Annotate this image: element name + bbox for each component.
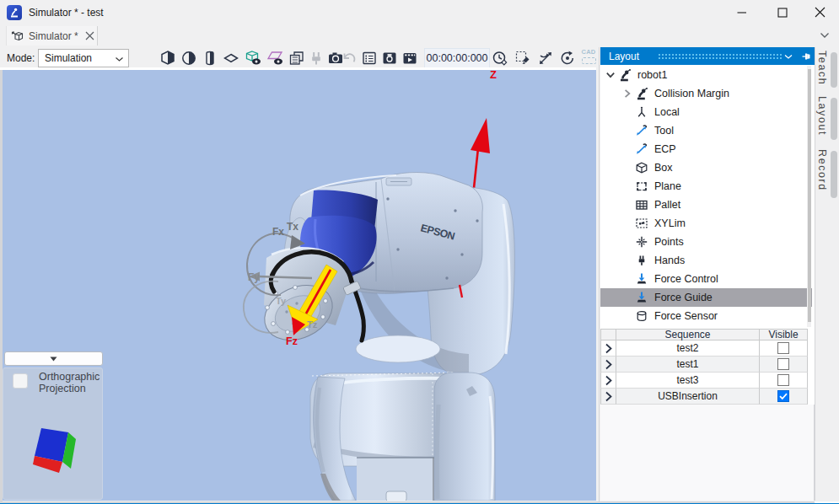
tab-close-icon[interactable] (85, 31, 94, 40)
3d-viewport[interactable]: EPSON (3, 70, 596, 501)
panel-header-texture (658, 53, 783, 60)
cad-label: CAD (579, 49, 598, 56)
visible-checkbox[interactable] (777, 374, 789, 386)
visible-checkbox[interactable] (777, 390, 789, 402)
mode-value: Simulation (45, 52, 92, 64)
mode-label: Mode: (7, 52, 35, 64)
tree-item-hands[interactable]: Hands (600, 251, 812, 270)
side-tab-teach[interactable]: Teach (816, 51, 828, 85)
capture-image-button[interactable] (381, 50, 398, 67)
tree-item-force-sensor[interactable]: Force Sensor (600, 307, 812, 325)
table-row-test1[interactable]: test1 (600, 357, 809, 373)
visible-checkbox[interactable] (777, 342, 789, 354)
simulator-tab-icon (11, 29, 24, 43)
row-expand-icon[interactable] (605, 343, 612, 354)
teach-tab-pill (831, 52, 837, 88)
maximize-button[interactable] (764, 0, 801, 24)
axis-label-tz: Tz (307, 319, 318, 330)
clear-selection-button[interactable] (514, 50, 531, 67)
tree-item-robot1[interactable]: robot1 (600, 66, 812, 84)
column-header-sequence[interactable]: Sequence (616, 329, 760, 340)
record-movie-button[interactable] (401, 50, 418, 67)
tree-item-points[interactable]: Points (600, 233, 812, 251)
close-icon (815, 7, 826, 18)
layout-panel-header[interactable]: Layout (600, 47, 815, 65)
tree-item-plane[interactable]: Plane (600, 177, 812, 196)
sequence-table-header: Sequence Visible (600, 329, 809, 340)
box-icon (635, 161, 648, 174)
view-solid-button[interactable] (159, 50, 176, 67)
properties-button[interactable] (361, 50, 378, 67)
sequence-name: USBInsertion (616, 389, 760, 405)
close-button[interactable] (801, 0, 838, 24)
tree-item-ecp[interactable]: ECP (600, 140, 812, 158)
tab-label: Simulator * (29, 30, 78, 42)
show-objects-button[interactable] (245, 50, 262, 67)
hand-tool-button[interactable] (308, 50, 325, 67)
layout-panel-title: Layout (609, 51, 639, 62)
row-expand-icon[interactable] (605, 375, 612, 386)
tree-item-local[interactable]: Local (600, 103, 812, 121)
view-cylinder-button[interactable] (202, 50, 218, 67)
right-column (434, 373, 495, 501)
maximize-icon (777, 8, 788, 18)
view-sphere-button[interactable] (180, 50, 197, 67)
cad-to-point-button[interactable]: CAD (579, 49, 598, 67)
robot-icon (635, 87, 648, 100)
title-bar: Simulator * - test (0, 0, 839, 25)
tree-item-pallet[interactable]: Pallet (600, 196, 812, 214)
force-control-icon (635, 272, 648, 286)
move-object-button[interactable] (537, 50, 554, 67)
panel-left-border (599, 47, 600, 501)
show-planes-button[interactable] (267, 50, 284, 67)
copy-view-button[interactable] (288, 50, 305, 67)
app-icon (7, 5, 22, 20)
collapse-icon[interactable] (622, 88, 632, 99)
sequence-name: test2 (616, 340, 760, 357)
view-flat-button[interactable] (223, 50, 239, 67)
tree-item-box[interactable]: Box (600, 158, 812, 177)
sim-speed-button[interactable] (492, 50, 508, 67)
visible-checkbox[interactable] (777, 358, 789, 370)
orientation-cube[interactable] (28, 424, 80, 478)
panel-collapse-icon[interactable] (784, 54, 793, 60)
tree-item-collision-margin[interactable]: Collision Margin (600, 84, 812, 103)
shoulder-top-cap (356, 335, 440, 362)
tree-item-force-control[interactable]: Force Control (600, 270, 812, 288)
side-tab-record[interactable]: Record (816, 149, 828, 191)
hands-icon (635, 254, 648, 267)
orthographic-label: Orthographic Projection (39, 371, 103, 394)
tabstrip-chevron-icon[interactable] (820, 32, 830, 39)
table-row-test2[interactable]: test2 (600, 340, 809, 357)
orthographic-checkbox[interactable] (13, 373, 28, 389)
undo-button[interactable] (341, 50, 358, 67)
z-axis-arrowhead (471, 118, 490, 153)
window-title: Simulator * - test (29, 7, 104, 19)
tree-scrollbar[interactable] (808, 69, 811, 322)
mode-select[interactable]: Simulation (38, 49, 129, 67)
side-tab-strip: Teach Layout Record (815, 25, 839, 501)
viewport-dropdown-button[interactable] (4, 351, 103, 366)
panel-pin-icon[interactable] (801, 51, 811, 62)
panel-empty-area (600, 405, 815, 501)
force-guide-icon (635, 291, 648, 304)
row-expand-icon[interactable] (605, 359, 612, 370)
tab-simulator[interactable]: Simulator * (6, 26, 98, 46)
column-header-visible[interactable]: Visible (760, 329, 808, 340)
cad-box-icon (582, 57, 596, 64)
table-row-usbinsertion[interactable]: USBInsertion (600, 389, 809, 405)
tree-item-tool[interactable]: Tool (600, 121, 812, 140)
axis-label-fx: Fx (272, 226, 284, 238)
robot-icon (618, 68, 632, 82)
side-tab-layout[interactable]: Layout (816, 96, 828, 136)
expand-icon[interactable] (605, 70, 616, 80)
row-expand-icon[interactable] (605, 391, 612, 402)
minimize-button[interactable] (723, 0, 761, 24)
document-tab-bar: Simulator * (0, 25, 839, 46)
table-row-test3[interactable]: test3 (600, 373, 809, 389)
tree-item-force-guide[interactable]: Force Guide (600, 288, 812, 307)
local-axes-icon (635, 105, 648, 119)
rotate-view-button[interactable] (559, 50, 576, 67)
tree-item-xylim[interactable]: XYLim (600, 214, 812, 233)
xylim-icon (635, 217, 648, 230)
